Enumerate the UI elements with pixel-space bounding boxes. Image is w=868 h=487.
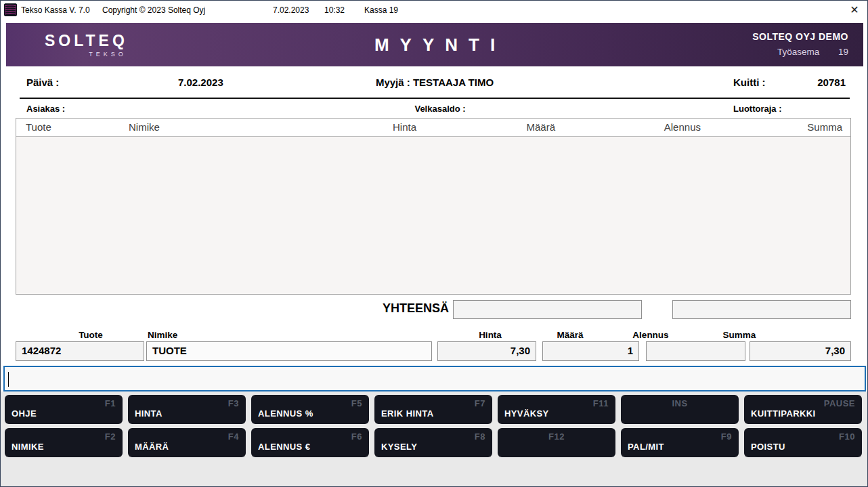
receipt-items-table: Tuote Nimike Hinta Määrä Alennus Summa — [16, 118, 851, 295]
app-header: SOLTEQ TEKSO MYYNTI SOLTEQ OYJ DEMO Työa… — [6, 23, 863, 66]
maara-button[interactable]: F4 MÄÄRÄ — [128, 428, 246, 457]
alennus-euro-button[interactable]: F6 ALENNUS € — [251, 428, 369, 457]
title-bar: Tekso Kassa V. 7.0 Copyright © 2023 Solt… — [1, 1, 867, 20]
pal-mit-button[interactable]: F9 PAL/MIT — [621, 428, 739, 457]
hinta-button[interactable]: F3 HINTA — [128, 395, 246, 424]
command-input[interactable] — [3, 366, 866, 391]
divider-line — [20, 98, 850, 99]
f12-button[interactable]: F12 — [498, 428, 615, 457]
close-icon[interactable]: ✕ — [847, 3, 862, 18]
col-header-product: Tuote — [26, 121, 51, 133]
poistu-button[interactable]: F10 POISTU — [744, 428, 862, 457]
company-name: SOLTEQ OYJ DEMO — [752, 31, 848, 42]
quantity-field[interactable]: 1 — [542, 341, 639, 361]
seller-info: Myyjä : TESTAAJA TIMO — [376, 77, 494, 88]
total-amount-field — [453, 300, 642, 319]
entry-price-label: Hinta — [479, 330, 502, 340]
page-title: MYYNTI — [6, 35, 863, 56]
total-secondary-field — [672, 300, 851, 319]
kysely-button[interactable]: F8 KYSELY — [374, 428, 492, 457]
product-name-field[interactable]: TUOTE — [146, 341, 432, 361]
app-window: Tekso Kassa V. 7.0 Copyright © 2023 Solt… — [0, 0, 868, 487]
col-header-sum: Summa — [807, 121, 842, 133]
text-caret — [8, 372, 9, 387]
entry-name-label: Nimike — [148, 330, 177, 340]
col-header-discount: Alennus — [664, 121, 701, 133]
date-value: 7.02.2023 — [178, 77, 223, 88]
workstation-number: 19 — [838, 47, 848, 57]
receipt-number: 20781 — [817, 77, 846, 88]
col-header-price: Hinta — [393, 121, 416, 133]
entry-sum-label: Summa — [723, 330, 756, 340]
col-header-qty: Määrä — [526, 121, 555, 133]
window-title: Tekso Kassa V. 7.0 — [21, 5, 90, 15]
entry-discount-label: Alennus — [632, 330, 668, 340]
workstation-info: Työasema 19 — [752, 47, 848, 57]
ohje-button[interactable]: F1 OHJE — [5, 395, 123, 424]
price-field[interactable]: 7,30 — [437, 341, 536, 361]
copyright-text: Copyright © 2023 Solteq Oyj — [102, 5, 205, 15]
line-sum-field[interactable]: 7,30 — [750, 341, 851, 361]
table-header-row: Tuote Nimike Hinta Määrä Alennus Summa — [16, 119, 850, 137]
total-label: YHTEENSÄ — [383, 301, 449, 316]
kuittiparkki-button[interactable]: PAUSE KUITTIPARKKI — [744, 395, 862, 424]
alennus-prosentti-button[interactable]: F5 ALENNUS % — [251, 395, 369, 424]
solteq-app-icon — [4, 3, 17, 16]
hyvaksy-button[interactable]: F11 HYVÄKSY — [498, 395, 615, 424]
customer-label: Asiakas : — [26, 104, 65, 114]
nimike-button[interactable]: F2 NIMIKE — [5, 428, 123, 457]
titlebar-register: Kassa 19 — [364, 5, 398, 15]
receipt-label: Kuitti : — [733, 77, 765, 88]
discount-field[interactable] — [646, 341, 745, 361]
erik-hinta-button[interactable]: F7 ERIK HINTA — [374, 395, 492, 424]
date-label: Päivä : — [26, 77, 59, 88]
col-header-name: Nimike — [129, 121, 160, 133]
titlebar-date: 7.02.2023 — [273, 5, 309, 15]
ins-button[interactable]: INS — [621, 395, 739, 424]
function-key-zone: F1 OHJE F3 HINTA F5 ALENNUS % F7 ERIK HI… — [1, 391, 868, 487]
credit-label: Luottoraja : — [733, 104, 782, 114]
entry-product-label: Tuote — [79, 330, 103, 340]
debt-label: Velkasaldo : — [414, 104, 465, 114]
titlebar-time: 10:32 — [324, 5, 345, 15]
entry-qty-label: Määrä — [557, 330, 583, 340]
seller-name: TESTAAJA TIMO — [413, 77, 494, 88]
product-code-field[interactable]: 1424872 — [16, 341, 144, 361]
workstation-label: Työasema — [777, 47, 819, 57]
